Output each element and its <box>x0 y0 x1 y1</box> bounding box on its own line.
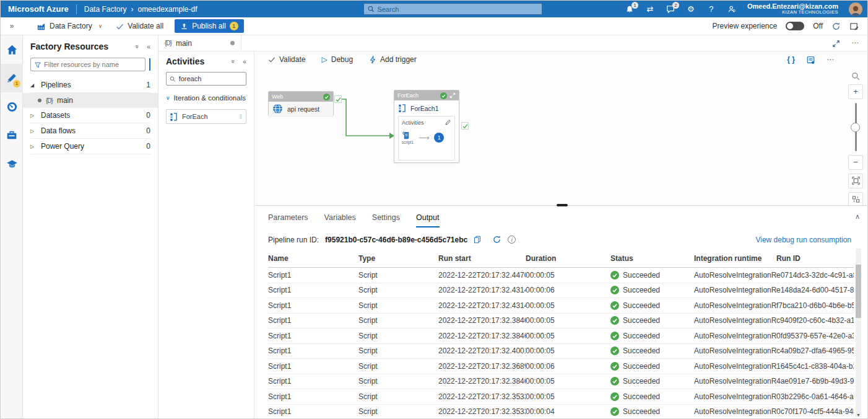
cell-run-id: 0fd95379-657e-42e0-a3e4-26 <box>776 329 854 344</box>
cell-status: Succeeded <box>610 329 694 344</box>
refresh-run-icon[interactable] <box>492 235 501 244</box>
collapse-panel-icon[interactable]: « <box>147 43 150 50</box>
global-search-box[interactable] <box>363 3 542 15</box>
tree-power-query[interactable]: ▷ Power Query 0 <box>30 139 150 154</box>
collapse-tree-icon[interactable]: » <box>134 45 141 48</box>
publish-all-button[interactable]: Publish all 1 <box>175 19 244 33</box>
cell-run-id: 03b2296c-0a61-4646-a402-16 <box>776 389 854 405</box>
search-icon <box>170 76 176 82</box>
feedback-person-icon[interactable] <box>727 4 737 14</box>
scroll-down-arrow-icon[interactable]: ▼ <box>856 413 861 417</box>
tab-more-icon[interactable]: ⋯ <box>851 38 859 47</box>
tab-output[interactable]: Output <box>416 213 440 227</box>
cell-status: Succeeded <box>610 374 694 389</box>
table-row[interactable]: Script1Script2022-12-22T20:17:32.4001600… <box>268 343 854 359</box>
settings-gear-icon[interactable]: ⚙ <box>686 4 696 14</box>
table-row[interactable]: Script1Script2022-12-22T20:17:32.4314270… <box>268 298 854 314</box>
collapse-panel-chevron-icon[interactable]: ∧ <box>855 213 860 221</box>
edit-pencil-icon[interactable] <box>445 119 451 126</box>
col-name[interactable]: Name <box>268 250 358 268</box>
foreach-icon <box>399 104 406 112</box>
expand-canvas-icon[interactable] <box>832 38 840 47</box>
view-debug-consumption-link[interactable]: View debug run consumption <box>755 236 868 244</box>
foreach-activity-node[interactable]: ForEach ForEach1 Activities <box>394 90 459 163</box>
col-duration[interactable]: Duration <box>526 250 610 268</box>
cell-run-id: 0c70f170-4cf5-444a-94b7-50 <box>776 404 854 419</box>
col-run-id[interactable]: Run ID <box>776 250 854 268</box>
nav-monitor[interactable] <box>1 92 23 121</box>
collapse-activities-icon[interactable]: « <box>243 58 246 65</box>
expanded-triangle-icon[interactable]: ◢ <box>30 82 36 88</box>
tab-pipeline-main[interactable]: {D} main <box>158 35 241 51</box>
collapsed-triangle-icon[interactable]: ▷ <box>30 113 36 118</box>
col-type[interactable]: Type <box>358 250 438 268</box>
collapsed-triangle-icon[interactable]: ▷ <box>30 128 36 134</box>
table-row[interactable]: Script1Script2022-12-22T20:17:32.3846140… <box>268 313 854 329</box>
tree-count: 0 <box>146 126 150 135</box>
support-chat-icon[interactable]: 2 <box>666 4 675 14</box>
web-activity-node[interactable]: Web api request <box>268 91 334 116</box>
table-row[interactable]: Script1Script2022-12-22T20:17:32.4314270… <box>268 283 854 298</box>
scrollbar-thumb[interactable] <box>856 265 861 318</box>
cell-type: Script <box>358 313 438 329</box>
splitter-handle-icon[interactable] <box>557 204 568 206</box>
table-row[interactable]: Script1Script2022-12-22T20:17:32.3846140… <box>268 374 854 389</box>
avatar[interactable] <box>849 2 862 16</box>
validate-all-button[interactable]: Validate all <box>116 22 163 30</box>
azure-brand[interactable]: Microsoft Azure <box>8 4 69 14</box>
resource-filter-input[interactable] <box>44 61 141 68</box>
azure-top-bar: Microsoft Azure Data Factory › omeedexam… <box>1 1 867 17</box>
tab-settings[interactable]: Settings <box>372 213 400 227</box>
info-icon[interactable]: i <box>508 236 516 244</box>
collapsed-triangle-icon[interactable]: ▷ <box>30 144 36 149</box>
col-run-start[interactable]: Run start <box>438 250 526 268</box>
breadcrumb-section[interactable]: Data Factory <box>84 5 127 14</box>
help-icon[interactable]: ? <box>706 4 716 14</box>
activities-search-input[interactable] <box>179 75 243 82</box>
expand-left-nav-icon[interactable]: » <box>1 22 23 30</box>
resize-icon[interactable] <box>449 92 456 99</box>
foreach-output-checkbox[interactable] <box>461 122 469 130</box>
tree-datasets[interactable]: ▷ Datasets 0 <box>30 108 150 123</box>
switch-directory-icon[interactable]: ⇄ <box>645 4 655 14</box>
nav-author[interactable]: 1 <box>1 64 23 92</box>
add-resource-button[interactable] <box>149 58 150 71</box>
collapse-groups-icon[interactable]: » <box>230 60 237 63</box>
nav-manage[interactable] <box>1 121 23 149</box>
global-search-input[interactable] <box>377 6 538 13</box>
tab-variables[interactable]: Variables <box>324 213 356 227</box>
account-info[interactable]: Omeed.Entezari@kizan.com KIZAN TECHNOLOG… <box>747 2 838 15</box>
data-factory-menu[interactable]: Data Factory ∨ <box>37 22 102 31</box>
tree-data-flows[interactable]: ▷ Data flows 0 <box>30 123 150 139</box>
preview-experience-label: Preview experience <box>712 22 777 30</box>
refresh-icon[interactable] <box>831 22 841 31</box>
pipeline-canvas[interactable]: Validate ▷ Debug Add trigger { } ⋯ + <box>254 51 868 205</box>
feedback-note-icon[interactable] <box>849 22 859 31</box>
table-row[interactable]: Script1Script2022-12-22T20:17:32.3846140… <box>268 329 854 344</box>
notifications-icon[interactable]: 1 <box>625 4 635 14</box>
web-output-checkbox[interactable] <box>334 95 342 103</box>
activities-search-box[interactable] <box>166 72 246 86</box>
tree-pipelines[interactable]: ◢ Pipelines 1 <box>30 77 150 93</box>
group-iteration-conditionals[interactable]: ∨ Iteration & conditionals <box>166 94 246 102</box>
breadcrumb-resource[interactable]: omeedexample-df <box>137 5 197 14</box>
nav-learning-center[interactable] <box>1 149 23 178</box>
preview-experience-toggle[interactable] <box>786 22 804 30</box>
cell-status: Succeeded <box>610 313 694 329</box>
col-status[interactable]: Status <box>610 250 694 268</box>
table-row[interactable]: Script1Script2022-12-22T20:17:32.3533010… <box>268 404 854 419</box>
activity-foreach-item[interactable]: ForEach ‖ <box>166 109 246 124</box>
table-row[interactable]: Script1Script2022-12-22T20:17:32.3689250… <box>268 359 854 374</box>
resource-filter-box[interactable] <box>30 58 145 71</box>
table-row[interactable]: Script1Script2022-12-22T20:17:32.4470530… <box>268 268 854 283</box>
cell-integration-runtime: AutoResolveIntegrationRunti <box>694 343 776 359</box>
table-scrollbar[interactable]: ▼ <box>856 249 861 417</box>
tab-label: main <box>176 39 192 48</box>
tree-pipeline-main[interactable]: {D} main <box>23 93 158 108</box>
tab-parameters[interactable]: Parameters <box>268 213 308 227</box>
foreach-activities-container[interactable]: Activities script1 ⟶ 1 <box>398 116 455 161</box>
table-row[interactable]: Script1Script2022-12-22T20:17:32.3533010… <box>268 389 854 405</box>
col-integration-runtime[interactable]: Integration runtime <box>694 250 776 268</box>
nav-home[interactable] <box>1 35 23 64</box>
copy-icon[interactable] <box>474 236 481 244</box>
